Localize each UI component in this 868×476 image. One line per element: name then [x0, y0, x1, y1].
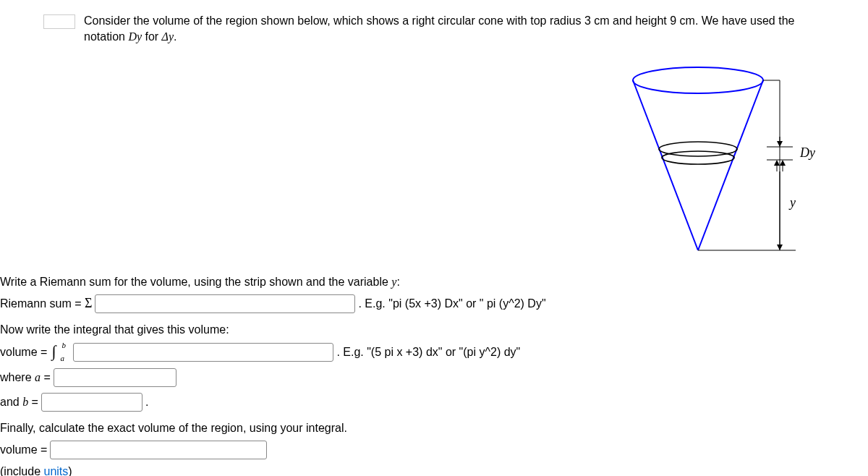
and-b-label: and b =	[0, 396, 38, 409]
integral-prompt: Now write the integral that gives this v…	[0, 323, 868, 336]
svg-line-1	[633, 80, 698, 250]
units-note: (include units)	[0, 465, 868, 476]
b-input[interactable]	[41, 393, 142, 412]
a-input[interactable]	[54, 368, 176, 387]
svg-marker-13	[774, 160, 780, 166]
dy-label: Dy	[799, 145, 815, 160]
riemann-sum-input[interactable]	[95, 294, 355, 313]
integral-hint: . E.g. "(5 pi x +3) dx" or "(pi y^2) dy"	[336, 346, 520, 359]
final-prompt: Finally, calculate the exact volume of t…	[0, 422, 868, 435]
final-volume-label: volume =	[0, 443, 47, 456]
y-label: y	[788, 195, 796, 210]
intro-text: Consider the volume of the region shown …	[84, 13, 825, 46]
svg-marker-17	[777, 245, 783, 250]
question-icon-box	[43, 14, 75, 29]
svg-point-3	[659, 142, 737, 156]
riemann-prompt: Write a Riemann sum for the volume, usin…	[0, 276, 868, 289]
riemann-label: Riemann sum = Σ	[0, 296, 92, 311]
riemann-hint: . E.g. "pi (5x +3) Dx" or " pi (y^2) Dy"	[358, 297, 545, 310]
svg-marker-11	[777, 141, 783, 147]
svg-point-0	[633, 67, 763, 93]
volume-integral-input[interactable]	[73, 343, 333, 362]
units-link[interactable]: units	[43, 465, 68, 476]
svg-point-4	[662, 151, 734, 164]
where-a-label: where a =	[0, 371, 51, 384]
final-volume-input[interactable]	[50, 441, 267, 459]
integral-icon: ∫ b a	[50, 342, 70, 362]
volume-integral-label: volume =	[0, 346, 47, 359]
svg-marker-15	[780, 160, 786, 166]
b-suffix: .	[145, 396, 148, 409]
svg-line-2	[698, 80, 763, 250]
cone-figure: Dy y	[622, 59, 825, 261]
